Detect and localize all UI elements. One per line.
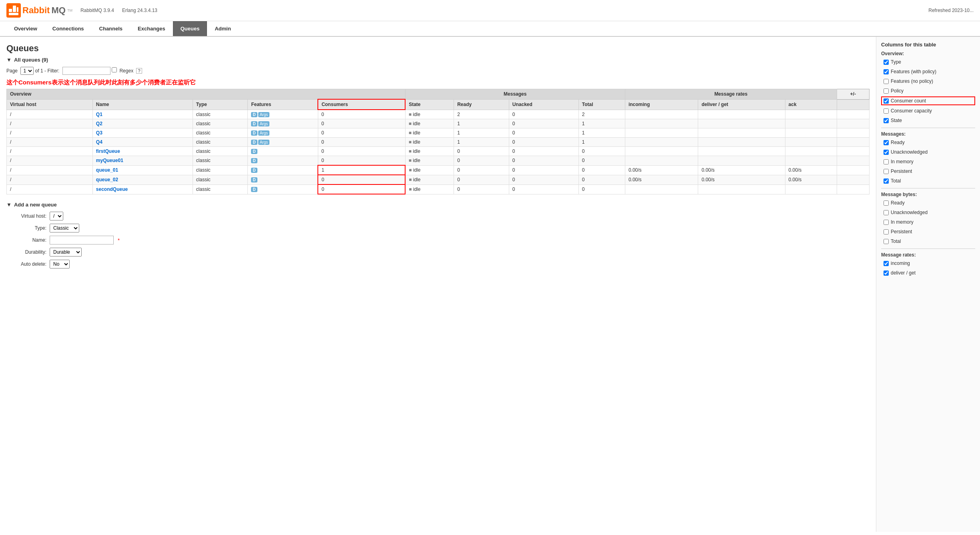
add-queue-title[interactable]: ▼ Add a new queue [6, 202, 870, 208]
msgbytes-item-3[interactable]: Persistent [881, 228, 975, 236]
table-cell [837, 165, 869, 175]
msgbytes-item-0[interactable]: Ready [881, 199, 975, 207]
msgrates-item-1[interactable]: deliver / get [881, 269, 975, 277]
table-cell: classic [193, 110, 248, 119]
overview-checkbox-6[interactable] [884, 118, 889, 123]
messages-checkbox-2[interactable] [884, 159, 889, 164]
overview-item-2[interactable]: Features (no policy) [881, 77, 975, 85]
messages-item-3[interactable]: Persistent [881, 167, 975, 175]
nav-exchanges[interactable]: Exchanges [130, 21, 173, 36]
overview-item-6[interactable]: State [881, 116, 975, 124]
table-cell: 1 [454, 128, 509, 138]
type-select[interactable]: Classic Quorum [50, 224, 79, 232]
table-cell: 2 [454, 110, 509, 119]
overview-checkbox-0[interactable] [884, 60, 889, 65]
table-cell: 0 [318, 147, 405, 156]
overview-checkbox-3[interactable] [884, 88, 889, 94]
overview-item-5[interactable]: Consumer capacity [881, 107, 975, 115]
table-cell: 0.00/s [698, 165, 785, 175]
messages-item-4[interactable]: Total [881, 177, 975, 185]
name-input[interactable] [50, 236, 114, 244]
msgbytes-item-2[interactable]: In memory [881, 218, 975, 226]
overview-item-0[interactable]: Type [881, 58, 975, 66]
regex-checkbox[interactable] [112, 67, 117, 72]
type-row: Type: Classic Quorum [6, 224, 870, 232]
messages-label-2: In memory [891, 159, 914, 164]
required-mark: * [118, 237, 120, 243]
table-cell[interactable]: myQueue01 [92, 156, 193, 166]
messages-checkbox-1[interactable] [884, 150, 889, 155]
overview-item-4[interactable]: Consumer count [881, 96, 975, 105]
msgbytes-item-4[interactable]: Total [881, 237, 975, 245]
table-cell[interactable]: Q3 [92, 128, 193, 138]
table-cell [837, 119, 869, 128]
overview-checkbox-1[interactable] [884, 69, 889, 74]
table-cell [785, 110, 837, 119]
msgbytes-item-1[interactable]: Unacknowledged [881, 208, 975, 216]
overview-label-6: State [891, 118, 902, 123]
messages-item-1[interactable]: Unacknowledged [881, 148, 975, 156]
overview-item-3[interactable]: Policy [881, 87, 975, 95]
overview-checkbox-5[interactable] [884, 108, 889, 114]
messages-label-3: Persistent [891, 168, 912, 174]
nav-queues[interactable]: Queues [173, 21, 207, 36]
sidebar-overview-label: Overview: [881, 51, 975, 56]
overview-checkbox-2[interactable] [884, 79, 889, 84]
table-cell[interactable]: queue_01 [92, 165, 193, 175]
msgbytes-checkbox-3[interactable] [884, 229, 889, 234]
table-cell: / [7, 128, 93, 138]
table-cell[interactable]: firstQueue [92, 147, 193, 156]
msgbytes-checkbox-1[interactable] [884, 210, 889, 215]
table-cell: 0 [318, 184, 405, 194]
msgbytes-checkbox-0[interactable] [884, 200, 889, 206]
regex-help[interactable]: ? [136, 68, 142, 74]
table-cell[interactable]: Q2 [92, 119, 193, 128]
table-cell[interactable]: Q4 [92, 138, 193, 147]
nav-admin[interactable]: Admin [207, 21, 238, 36]
table-cell[interactable]: secondQueue [92, 184, 193, 194]
msgrates-checkbox-0[interactable] [884, 261, 889, 266]
msgbytes-checkbox-4[interactable] [884, 239, 889, 244]
overview-group-header: Overview [7, 89, 406, 100]
plus-minus-btn[interactable]: +/- [837, 89, 869, 100]
table-cell: classic [193, 147, 248, 156]
logo: Rabbit MQ TM [6, 3, 72, 18]
table-cell: D [248, 184, 318, 194]
auto-delete-select[interactable]: No Yes [50, 260, 70, 269]
virtual-host-row: Virtual host: / [6, 212, 870, 220]
msgbytes-checkbox-2[interactable] [884, 220, 889, 225]
all-queues-toggle[interactable]: ▼ All queues (9) [6, 57, 870, 63]
table-cell[interactable]: Q1 [92, 110, 193, 119]
nav-overview[interactable]: Overview [6, 21, 45, 36]
all-queues-label: All queues (9) [14, 57, 48, 63]
table-cell [837, 156, 869, 166]
col-ready: Ready [454, 99, 509, 110]
table-cell: classic [193, 184, 248, 194]
msgrates-checkbox-1[interactable] [884, 271, 889, 276]
table-cell[interactable]: queue_02 [92, 175, 193, 184]
overview-checkbox-4[interactable] [884, 98, 889, 104]
messages-checkbox-3[interactable] [884, 169, 889, 174]
messages-item-2[interactable]: In memory [881, 158, 975, 166]
page-select[interactable]: 1 [20, 67, 34, 75]
virtual-host-select[interactable]: / [50, 212, 63, 220]
msgrates-item-0[interactable]: incoming [881, 259, 975, 267]
nav-channels[interactable]: Channels [92, 21, 131, 36]
table-cell: 0 [318, 175, 405, 184]
messages-checkbox-4[interactable] [884, 178, 889, 184]
nav-connections[interactable]: Connections [45, 21, 92, 36]
table-cell [698, 110, 785, 119]
messages-checkbox-0[interactable] [884, 140, 889, 145]
table-cell [837, 128, 869, 138]
table-cell: / [7, 175, 93, 184]
messages-item-0[interactable]: Ready [881, 138, 975, 146]
col-consumers: Consumers [318, 99, 405, 110]
filter-input[interactable] [62, 67, 110, 75]
table-cell [837, 184, 869, 194]
table-cell [837, 110, 869, 119]
durability-select[interactable]: Durable Transient [50, 248, 82, 256]
table-cell: 0.00/s [625, 175, 698, 184]
trademark: TM [67, 8, 72, 12]
overview-item-1[interactable]: Features (with policy) [881, 68, 975, 76]
col-spacer [837, 99, 869, 110]
